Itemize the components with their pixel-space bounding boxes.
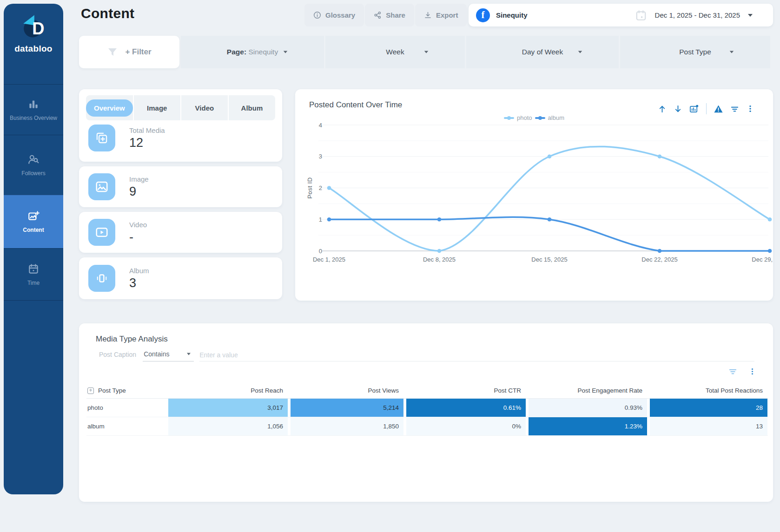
export-button[interactable]: Export [415, 4, 467, 26]
page-filter-value: Sinequity [248, 48, 278, 56]
table-title: Media Type Analysis [96, 335, 168, 344]
week-filter-label: Week [386, 48, 404, 56]
sidebar-item-label: Business Overview [8, 115, 59, 121]
filter-operator-select[interactable]: Contains [143, 350, 194, 361]
sidebar-item-business-overview[interactable]: Business Overview [4, 84, 63, 135]
table-toolbar [728, 367, 756, 376]
svg-text:0: 0 [319, 248, 322, 255]
tab-album[interactable]: Album [229, 95, 275, 120]
column-header[interactable]: +Post Type [86, 387, 165, 394]
page-title: Content [81, 6, 134, 21]
week-filter-dropdown[interactable]: Week [325, 36, 465, 68]
glossary-label: Glossary [325, 11, 355, 19]
facebook-icon: f [476, 8, 490, 22]
chart-legend: photoalbum [295, 114, 773, 121]
info-icon [313, 11, 321, 19]
sidebar-item-label: Time [26, 280, 41, 286]
content-icon [27, 210, 40, 222]
media-library-icon [88, 125, 115, 151]
tab-overview[interactable]: Overview [86, 95, 133, 120]
sidebar-item-label: Followers [20, 170, 47, 177]
legend-label: photo [517, 114, 532, 121]
share-icon [374, 11, 382, 19]
image-icon [88, 173, 115, 200]
filter-icon[interactable] [730, 105, 739, 113]
glossary-button[interactable]: Glossary [304, 4, 364, 26]
stat-value: 9 [129, 184, 149, 199]
y-axis-title: Post ID [306, 167, 313, 209]
video-stat-card: Video - [79, 212, 282, 253]
share-button[interactable]: Share [365, 4, 414, 26]
video-stat: Video - [88, 219, 275, 246]
filter-field-label: Post Caption [99, 351, 136, 361]
databloo-logo-icon: D [20, 13, 47, 40]
media-overview-card: Overview Image Video Album Total Media 1… [79, 89, 282, 162]
post-type-filter-label: Post Type [679, 48, 711, 56]
table-filter-row: Post Caption Contains [99, 350, 754, 361]
sidebar-item-label: Content [21, 227, 46, 233]
day-of-week-filter-label: Day of Week [522, 48, 563, 56]
column-header[interactable]: Post Reach [168, 387, 288, 394]
chevron-down-icon [424, 51, 429, 53]
svg-text:4: 4 [319, 122, 322, 129]
filter-icon[interactable] [728, 367, 737, 376]
chart-settings-icon[interactable] [689, 104, 699, 114]
chart-title: Posted Content Over Time [309, 100, 402, 110]
bar-chart-icon [27, 98, 40, 110]
heatmap-cell: 0% [406, 417, 526, 435]
sidebar-item-followers[interactable]: Followers [4, 135, 63, 195]
column-header[interactable]: Post Views [291, 387, 403, 394]
stat-value: - [129, 230, 147, 244]
legend-item-album[interactable]: album [535, 114, 564, 121]
svg-text:Dec 1, 2025: Dec 1, 2025 [313, 256, 345, 263]
share-label: Share [386, 11, 405, 19]
expand-rows-icon[interactable]: + [87, 388, 94, 394]
date-range-value: Dec 1, 2025 - Dec 31, 2025 [655, 11, 740, 19]
column-header[interactable]: Post CTR [406, 387, 526, 394]
followers-icon [27, 153, 40, 165]
legend-marker [504, 117, 514, 119]
video-icon [88, 219, 115, 246]
warning-icon[interactable] [714, 104, 723, 114]
account-date-card: f Sinequity Dec 1, 2025 - Dec 31, 2025 [469, 4, 773, 26]
calendar-icon [635, 9, 647, 21]
total-media-stat: Total Media 12 [88, 125, 275, 151]
legend-label: album [548, 114, 564, 121]
date-range-picker[interactable]: Dec 1, 2025 - Dec 31, 2025 [635, 9, 753, 21]
table-row: photo3,0175,2140.61%0.93%28 [86, 399, 768, 417]
sidebar-item-content[interactable]: Content [4, 195, 63, 248]
logo-text: databloo [4, 44, 63, 54]
arrow-up-icon[interactable] [658, 105, 667, 113]
filter-value-input[interactable] [199, 351, 754, 359]
post-type-filter-dropdown[interactable]: Post Type [620, 36, 770, 68]
chevron-down-icon [187, 353, 191, 355]
legend-item-photo[interactable]: photo [504, 114, 532, 121]
tab-video[interactable]: Video [181, 95, 228, 120]
svg-text:3: 3 [319, 153, 322, 160]
column-header-label: Post Type [98, 387, 126, 394]
sidebar-item-time[interactable]: Time [4, 248, 63, 300]
image-stat-card: Image 9 [79, 166, 282, 207]
sidebar: D databloo Business Overview Followers [4, 4, 63, 494]
stat-label: Video [129, 221, 147, 229]
more-options-icon[interactable] [746, 105, 754, 113]
heatmap-cell: 3,017 [168, 399, 288, 417]
album-stat: Album 3 [88, 265, 275, 292]
post-type-cell: photo [86, 399, 165, 417]
add-filter-button[interactable]: + Filter [79, 36, 179, 68]
day-of-week-filter-dropdown[interactable]: Day of Week [466, 36, 619, 68]
export-label: Export [436, 11, 458, 19]
column-header[interactable]: Total Post Reactions [650, 387, 767, 394]
table-row: album1,0561,8500%1.23%13 [86, 417, 768, 436]
filter-value-field [199, 351, 754, 361]
more-options-icon[interactable] [748, 368, 756, 375]
heatmap-cell: 13 [650, 417, 767, 435]
page-filter-dropdown[interactable]: Page: Sinequity [181, 36, 324, 68]
account-name[interactable]: Sinequity [496, 11, 528, 19]
arrow-down-icon[interactable] [674, 105, 682, 113]
tab-image[interactable]: Image [134, 95, 180, 120]
svg-text:Dec 15, 2025: Dec 15, 2025 [531, 256, 567, 263]
stat-label: Album [129, 267, 149, 275]
column-header[interactable]: Post Engagement Rate [529, 387, 647, 394]
download-icon [424, 11, 432, 19]
